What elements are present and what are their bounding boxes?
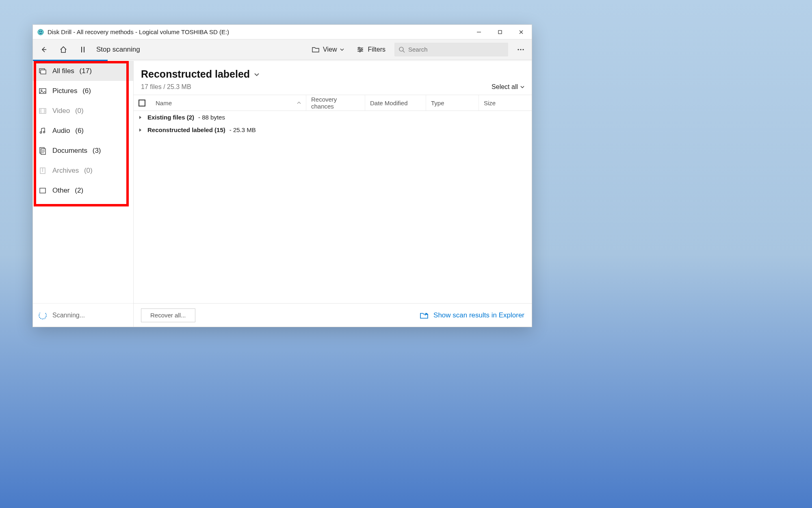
sidebar-item-label: Video xyxy=(52,107,70,115)
table-body: Existing files (2) - 88 bytes Reconstruc… xyxy=(134,111,532,303)
column-name-label: Name xyxy=(156,100,172,106)
column-checkbox[interactable] xyxy=(134,95,151,111)
group-name: Existing files (2) xyxy=(147,114,194,121)
sidebar-item-label: Audio xyxy=(52,127,70,135)
svg-point-32 xyxy=(40,132,42,133)
select-all-button[interactable]: Select all xyxy=(492,83,524,91)
search-box[interactable] xyxy=(394,43,508,56)
svg-point-20 xyxy=(522,49,524,50)
window-controls xyxy=(468,25,532,39)
column-size[interactable]: Size xyxy=(479,95,532,111)
chevron-down-icon xyxy=(254,72,260,76)
svg-rect-22 xyxy=(41,70,46,74)
search-icon xyxy=(398,46,405,53)
spinner-icon xyxy=(39,311,47,319)
more-button[interactable] xyxy=(514,43,528,56)
folder-icon xyxy=(312,46,320,53)
group-detail: - 88 bytes xyxy=(198,114,225,121)
column-recovery[interactable]: Recovery chances xyxy=(306,95,365,111)
search-input[interactable] xyxy=(408,46,504,53)
group-row-existing[interactable]: Existing files (2) - 88 bytes xyxy=(134,111,532,124)
svg-point-1 xyxy=(39,30,41,32)
close-button[interactable] xyxy=(511,25,532,39)
filters-icon xyxy=(356,46,364,53)
svg-point-18 xyxy=(518,49,519,50)
main-title-text: Reconstructed labeled xyxy=(141,68,250,80)
column-date-label: Date Modified xyxy=(370,100,408,106)
svg-point-0 xyxy=(38,29,43,35)
sidebar-item-other[interactable]: Other (2) xyxy=(33,180,133,200)
body: All files (17) Pictures (6) Video (0) Au… xyxy=(33,61,532,327)
sidebar-item-count: (2) xyxy=(75,187,83,195)
sidebar-item-archives[interactable]: Archives (0) xyxy=(33,161,133,180)
app-window: Disk Drill - All recovery methods - Logi… xyxy=(32,24,532,327)
home-button[interactable] xyxy=(56,43,70,56)
stop-scanning-button[interactable]: Stop scanning xyxy=(95,44,141,55)
sidebar-item-video[interactable]: Video (0) xyxy=(33,101,133,121)
sort-asc-icon xyxy=(297,101,301,104)
select-all-label: Select all xyxy=(492,83,518,91)
video-icon xyxy=(39,107,47,115)
sidebar-item-label: All files xyxy=(52,67,74,75)
pictures-icon xyxy=(39,87,47,95)
sidebar-footer: Scanning... xyxy=(33,303,133,327)
sidebar-item-label: Archives xyxy=(52,167,79,175)
sidebar-item-label: Pictures xyxy=(52,87,77,95)
group-detail: - 25.3 MB xyxy=(230,126,256,133)
minimize-button[interactable] xyxy=(468,25,489,39)
svg-point-13 xyxy=(359,47,360,49)
column-type-label: Type xyxy=(431,100,444,106)
maximize-button[interactable] xyxy=(489,25,511,39)
sidebar-item-count: (6) xyxy=(82,87,91,95)
svg-point-41 xyxy=(42,171,43,172)
sidebar-item-label: Documents xyxy=(52,147,87,155)
sidebar-item-documents[interactable]: Documents (3) xyxy=(33,141,133,161)
column-name[interactable]: Name xyxy=(151,95,306,111)
column-recovery-label: Recovery chances xyxy=(311,96,360,110)
sidebar-item-count: (0) xyxy=(84,167,93,175)
files-icon xyxy=(39,67,47,75)
column-date[interactable]: Date Modified xyxy=(365,95,426,111)
archives-icon xyxy=(39,167,47,175)
chevron-down-icon xyxy=(520,85,524,89)
column-type[interactable]: Type xyxy=(426,95,479,111)
recover-all-button[interactable]: Recover all... xyxy=(141,308,195,322)
other-icon xyxy=(39,187,47,195)
titlebar: Disk Drill - All recovery methods - Logi… xyxy=(33,25,532,39)
filters-button[interactable]: Filters xyxy=(353,44,389,55)
svg-point-33 xyxy=(43,131,45,133)
sidebar-item-count: (17) xyxy=(80,67,92,75)
table-header: Name Recovery chances Date Modified Type… xyxy=(134,95,532,111)
expand-icon[interactable] xyxy=(137,115,143,120)
sidebar-item-pictures[interactable]: Pictures (6) xyxy=(33,81,133,101)
select-all-checkbox[interactable] xyxy=(139,100,145,106)
main-title-dropdown[interactable]: Reconstructed labeled xyxy=(141,68,524,80)
chevron-down-icon xyxy=(340,48,344,51)
footer: Recover all... Show scan results in Expl… xyxy=(134,303,532,327)
expand-icon[interactable] xyxy=(137,128,143,132)
sidebar-item-all-files[interactable]: All files (17) xyxy=(33,61,133,81)
documents-icon xyxy=(39,147,47,155)
svg-rect-42 xyxy=(40,188,45,193)
sidebar-item-count: (0) xyxy=(75,107,84,115)
main-header: Reconstructed labeled 17 files / 25.3 MB… xyxy=(134,61,532,95)
svg-rect-4 xyxy=(498,30,502,34)
back-button[interactable] xyxy=(37,43,51,56)
column-size-label: Size xyxy=(484,100,496,106)
scanning-label: Scanning... xyxy=(52,312,85,319)
svg-line-17 xyxy=(403,51,405,52)
svg-point-19 xyxy=(520,49,521,50)
main-panel: Reconstructed labeled 17 files / 25.3 MB… xyxy=(134,61,532,327)
pause-button[interactable] xyxy=(76,43,90,56)
group-row-reconstructed[interactable]: Reconstructed labeled (15) - 25.3 MB xyxy=(134,124,532,136)
show-in-explorer-link[interactable]: Show scan results in Explorer xyxy=(420,311,524,319)
svg-point-2 xyxy=(41,30,42,32)
view-dropdown[interactable]: View xyxy=(308,44,347,55)
audio-icon xyxy=(39,127,47,135)
toolbar: Stop scanning View Filters xyxy=(33,39,532,60)
external-folder-icon xyxy=(420,311,429,319)
sidebar-item-audio[interactable]: Audio (6) xyxy=(33,121,133,141)
sidebar-item-label: Other xyxy=(52,187,70,195)
svg-point-14 xyxy=(361,49,363,50)
window-title: Disk Drill - All recovery methods - Logi… xyxy=(48,28,468,35)
